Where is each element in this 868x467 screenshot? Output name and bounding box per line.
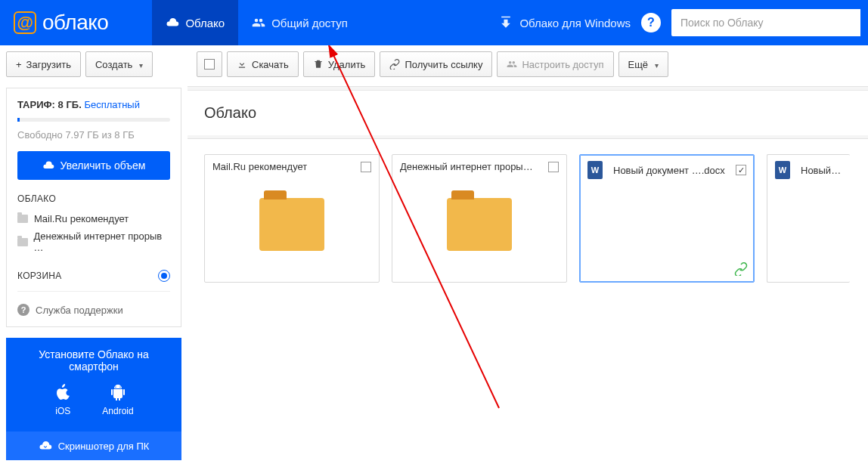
- trash-title: КОРЗИНА: [17, 271, 62, 281]
- tab-label: Облако: [185, 17, 225, 29]
- windows-app-link[interactable]: Облако для Windows: [498, 15, 631, 30]
- create-button[interactable]: Создать: [85, 51, 153, 77]
- support-label: Служба поддержки: [36, 305, 123, 316]
- folder-card[interactable]: Mail.Ru рекомендует: [204, 154, 380, 283]
- tab-cloud[interactable]: Облако: [152, 0, 238, 45]
- sidebar-item-label: Mail.Ru рекомендует: [34, 213, 129, 224]
- header-right: Облако для Windows ? Поиск по Облаку: [498, 9, 868, 36]
- folder-icon: [447, 198, 512, 251]
- trash-indicator-icon: [158, 270, 170, 282]
- file-grid: Mail.Ru рекомендует Денежный интернет пр…: [188, 139, 868, 298]
- search-input[interactable]: Поиск по Облаку: [671, 9, 860, 36]
- mobile-promo: Установите Облако на смартфон iOS Androi…: [6, 338, 181, 460]
- tariff-panel: ТАРИФ: 8 ГБ. Бесплатный Свободно 7.97 ГБ…: [6, 88, 181, 327]
- share-label: Настроить доступ: [522, 59, 603, 70]
- sidebar: ТАРИФ: 8 ГБ. Бесплатный Свободно 7.97 ГБ…: [0, 77, 188, 466]
- mailru-at-icon: @: [14, 11, 36, 34]
- word-doc-icon: W: [587, 161, 603, 179]
- enlarge-label: Увеличить объем: [60, 159, 146, 172]
- share-access-button[interactable]: Настроить доступ: [497, 51, 613, 77]
- download-install-icon: [498, 15, 513, 30]
- chevron-down-icon: [653, 59, 659, 70]
- screenshoter-link[interactable]: Скриншотер для ПК: [6, 431, 181, 460]
- sidebar-item-money[interactable]: Денежный интернет прорыв …: [17, 227, 170, 256]
- search-placeholder: Поиск по Облаку: [680, 17, 763, 29]
- help-icon[interactable]: ?: [641, 13, 661, 32]
- upload-button[interactable]: + Загрузить: [6, 51, 81, 77]
- question-icon: ?: [17, 304, 29, 316]
- folder-card[interactable]: Денежный интернет проры…: [392, 154, 567, 283]
- trash-icon: [313, 59, 324, 70]
- section-cloud-title: ОБЛАКО: [17, 193, 170, 204]
- document-card[interactable]: W Новый докум: [767, 154, 850, 283]
- promo-title: Установите Облако на смартфон: [14, 348, 174, 373]
- cloud-icon: [42, 159, 54, 172]
- card-title: Денежный интернет проры…: [400, 161, 542, 172]
- card-title: Новый документ ….docx: [613, 165, 730, 176]
- get-link-button[interactable]: Получить ссылку: [380, 51, 492, 77]
- support-link[interactable]: ? Служба поддержки: [17, 304, 170, 316]
- card-checkbox[interactable]: [361, 162, 371, 172]
- windows-link-label: Облако для Windows: [519, 17, 631, 29]
- download-label: Скачать: [252, 59, 289, 70]
- download-icon: [237, 59, 247, 70]
- tab-shared[interactable]: Общий доступ: [238, 0, 361, 45]
- tariff-plan-link[interactable]: Бесплатный: [84, 99, 140, 110]
- promo-os-row: iOS Android: [14, 383, 174, 416]
- more-label: Ещё: [628, 59, 649, 70]
- body: ТАРИФ: 8 ГБ. Бесплатный Свободно 7.97 ГБ…: [0, 77, 868, 466]
- apple-icon: [54, 383, 72, 401]
- app-header: @ облако Облако Общий доступ Облако для …: [0, 0, 868, 45]
- checkbox-icon: [204, 59, 215, 70]
- promo-ios[interactable]: iOS: [54, 383, 72, 416]
- more-button[interactable]: Ещё: [618, 51, 669, 77]
- card-checkbox[interactable]: [736, 165, 746, 175]
- sidebar-toolbar: + Загрузить Создать: [0, 51, 188, 77]
- plus-icon: +: [16, 59, 22, 70]
- tariff-size: 8 ГБ.: [58, 99, 82, 110]
- tab-label: Общий доступ: [271, 17, 348, 29]
- download-button[interactable]: Скачать: [227, 51, 299, 77]
- folder-icon: [17, 238, 28, 246]
- breadcrumb[interactable]: Облако: [204, 104, 256, 121]
- sidebar-item-label: Денежный интернет прорыв …: [34, 230, 170, 253]
- create-label: Создать: [95, 59, 132, 70]
- select-all-checkbox[interactable]: [197, 51, 222, 77]
- enlarge-storage-button[interactable]: Увеличить объем: [17, 151, 170, 180]
- delete-label: Удалить: [328, 59, 366, 70]
- breadcrumb-bar: Облако: [188, 86, 868, 139]
- chevron-down-icon: [137, 59, 143, 70]
- card-checkbox[interactable]: [548, 162, 559, 172]
- storage-progress: [17, 118, 170, 122]
- main-toolbar: Скачать Удалить Получить ссылку Настроит…: [188, 51, 868, 77]
- primary-nav: Облако Общий доступ: [152, 0, 361, 45]
- folder-icon: [259, 198, 324, 251]
- cloud-icon: [166, 16, 179, 29]
- tariff-label: ТАРИФ:: [17, 99, 55, 110]
- ios-label: iOS: [55, 406, 70, 416]
- people-icon: [507, 59, 517, 70]
- cloud-download-icon: [39, 439, 52, 453]
- word-doc-icon: W: [775, 161, 790, 179]
- promo-android[interactable]: Android: [102, 383, 133, 416]
- card-title: Новый докум: [801, 165, 842, 176]
- card-title: Mail.Ru рекомендует: [212, 161, 355, 172]
- get-link-label: Получить ссылку: [405, 59, 482, 70]
- toolbar-row: + Загрузить Создать Скачать Удалить Полу…: [0, 51, 868, 77]
- link-icon: [389, 59, 400, 70]
- sidebar-item-recommend[interactable]: Mail.Ru рекомендует: [17, 210, 170, 227]
- upload-label: Загрузить: [26, 59, 71, 70]
- main-area: Облако Mail.Ru рекомендует Денежный инте…: [188, 77, 868, 466]
- screenshoter-label: Скриншотер для ПК: [58, 441, 150, 452]
- tariff-line: ТАРИФ: 8 ГБ. Бесплатный: [17, 99, 170, 110]
- android-label: Android: [102, 406, 133, 416]
- logo-text: облако: [42, 11, 108, 35]
- trash-row[interactable]: КОРЗИНА: [17, 270, 170, 286]
- document-card[interactable]: W Новый документ ….docx: [579, 154, 755, 283]
- folder-icon: [17, 215, 28, 223]
- storage-free-text: Свободно 7.97 ГБ из 8 ГБ: [17, 129, 170, 141]
- delete-button[interactable]: Удалить: [303, 51, 376, 77]
- logo[interactable]: @ облако: [0, 0, 122, 45]
- shared-link-icon: [734, 262, 748, 276]
- people-icon: [252, 16, 265, 29]
